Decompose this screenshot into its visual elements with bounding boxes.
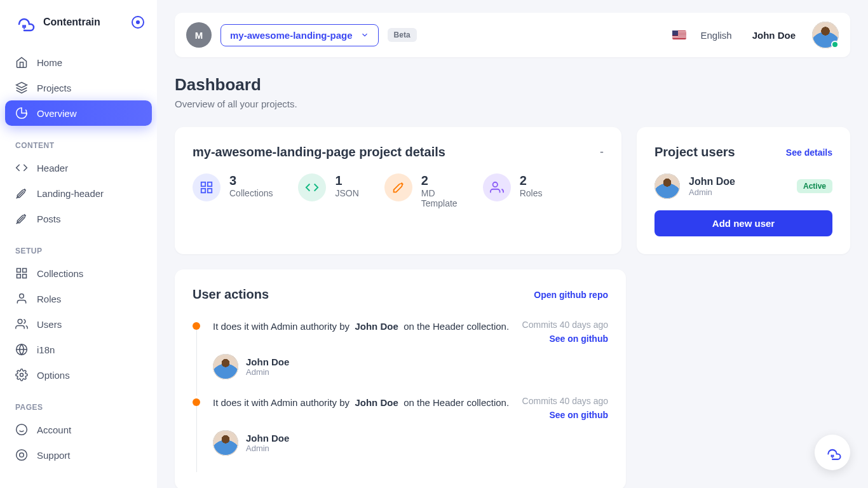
svg-rect-5 — [17, 274, 21, 278]
sidebar-item-label: Collections — [37, 268, 83, 279]
action-text: It does it with Admin authority by John … — [213, 396, 512, 420]
timeline-dot — [193, 322, 200, 330]
project-select-label: my-awesome-landing-page — [230, 30, 353, 41]
see-github-link[interactable]: See on github — [522, 410, 608, 420]
home-icon — [15, 56, 28, 69]
sidebar: Contentrain Home Projects Overview CONTE… — [0, 0, 157, 488]
sidebar-item-label: Projects — [37, 83, 71, 93]
user-name: John Doe — [689, 176, 735, 187]
svg-point-11 — [20, 374, 24, 377]
action-author: John Doe Admin — [213, 354, 608, 379]
card-title: Project users — [654, 145, 735, 159]
svg-marker-0 — [17, 83, 27, 88]
timeline-item: It does it with Admin authority by John … — [193, 396, 608, 456]
flag-icon — [672, 30, 686, 39]
sidebar-item-users[interactable]: Users — [5, 311, 152, 337]
sidebar-item-projects[interactable]: Projects — [5, 75, 152, 100]
svg-rect-20 — [208, 189, 212, 193]
svg-point-21 — [492, 182, 497, 187]
action-text: It does it with Admin authority by John … — [213, 320, 512, 344]
stat-value: 2 — [520, 173, 543, 188]
grid-icon — [15, 267, 28, 280]
sidebar-item-label: Users — [37, 319, 62, 330]
stat-roles: 2Roles — [483, 173, 543, 208]
svg-rect-17 — [201, 182, 205, 186]
sidebar-item-options[interactable]: Options — [5, 362, 152, 388]
stat-json: 1JSON — [298, 173, 358, 208]
user-name[interactable]: John Doe — [752, 30, 796, 41]
see-details-link[interactable]: See details — [786, 147, 832, 158]
collapse-button[interactable]: - — [600, 146, 604, 159]
section-label-content: CONTENT — [5, 136, 152, 155]
stat-label: MD — [421, 188, 458, 198]
user-row: John Doe Admin Active — [654, 173, 832, 199]
logo-icon — [13, 13, 36, 32]
language-label[interactable]: English — [700, 30, 731, 41]
sidebar-item-i18n[interactable]: i18n — [5, 337, 152, 362]
avatar[interactable] — [812, 22, 839, 48]
add-user-button[interactable]: Add new user — [654, 210, 832, 236]
page-title: Dashboard — [175, 75, 850, 95]
sidebar-item-landing-header[interactable]: Landing-header — [5, 180, 152, 206]
sidebar-item-label: Overview — [37, 108, 77, 119]
stat-value: 3 — [229, 173, 273, 188]
sidebar-item-label: Landing-header — [37, 188, 104, 199]
stat-label2: Template — [421, 198, 458, 208]
life-icon — [15, 449, 28, 461]
code-icon — [298, 173, 326, 201]
timeline-dot — [193, 398, 200, 406]
sidebar-item-home[interactable]: Home — [5, 50, 152, 75]
sidebar-item-collections[interactable]: Collections — [5, 261, 152, 286]
topbar: M my-awesome-landing-page Beta English J… — [175, 13, 850, 57]
card-title: User actions — [193, 287, 269, 302]
beta-badge: Beta — [388, 28, 417, 42]
see-github-link[interactable]: See on github — [522, 334, 608, 344]
open-repo-link[interactable]: Open github repo — [534, 290, 608, 300]
sidebar-item-header[interactable]: Header — [5, 155, 152, 180]
commit-time: Commits 40 days ago — [522, 396, 608, 406]
stat-label: Roles — [520, 188, 543, 198]
status-dot — [831, 41, 839, 48]
project-avatar[interactable]: M — [186, 22, 212, 48]
author-name: John Doe — [246, 433, 289, 444]
section-label-setup: SETUP — [5, 241, 152, 261]
project-users-card: Project users See details John Doe Admin… — [637, 127, 850, 254]
page-subtitle: Overview of all your projects. — [175, 98, 850, 109]
card-title: my-awesome-landing-page project details — [193, 145, 445, 159]
sidebar-item-roles[interactable]: Roles — [5, 286, 152, 311]
avatar — [654, 173, 680, 199]
sidebar-item-overview[interactable]: Overview — [5, 100, 152, 126]
section-label-pages: PAGES — [5, 398, 152, 417]
user-icon — [15, 292, 28, 305]
svg-point-8 — [18, 320, 22, 324]
sidebar-item-posts[interactable]: Posts — [5, 206, 152, 231]
users-icon — [15, 318, 28, 330]
svg-rect-3 — [17, 269, 21, 273]
globe-icon — [15, 343, 28, 356]
project-select[interactable]: my-awesome-landing-page — [220, 24, 379, 46]
users-icon — [483, 173, 511, 201]
sync-icon[interactable] — [132, 16, 144, 29]
author-role: Admin — [246, 444, 289, 453]
sidebar-item-account[interactable]: Account — [5, 417, 152, 442]
nav-content: CONTENT Header Landing-header Posts — [0, 131, 157, 236]
sidebar-item-label: Home — [37, 57, 62, 68]
floating-action-button[interactable] — [815, 435, 850, 470]
logo-row: Contentrain — [0, 13, 157, 44]
sidebar-item-label: Roles — [37, 294, 61, 304]
grid-icon — [193, 173, 220, 201]
page-header: Dashboard Overview of all your projects. — [175, 75, 850, 109]
svg-rect-6 — [23, 274, 27, 278]
author-name: John Doe — [246, 356, 289, 367]
pie-icon — [15, 107, 28, 119]
svg-point-15 — [17, 450, 27, 461]
author-role: Admin — [246, 367, 289, 377]
svg-rect-19 — [201, 189, 205, 193]
sidebar-item-label: Account — [37, 424, 71, 435]
commit-time: Commits 40 days ago — [522, 320, 608, 330]
svg-point-7 — [20, 294, 24, 299]
user-actions-card: User actions Open github repo It does it… — [175, 269, 626, 488]
feather-icon — [15, 187, 28, 200]
stat-label: Collections — [229, 188, 273, 198]
sidebar-item-support[interactable]: Support — [5, 442, 152, 468]
